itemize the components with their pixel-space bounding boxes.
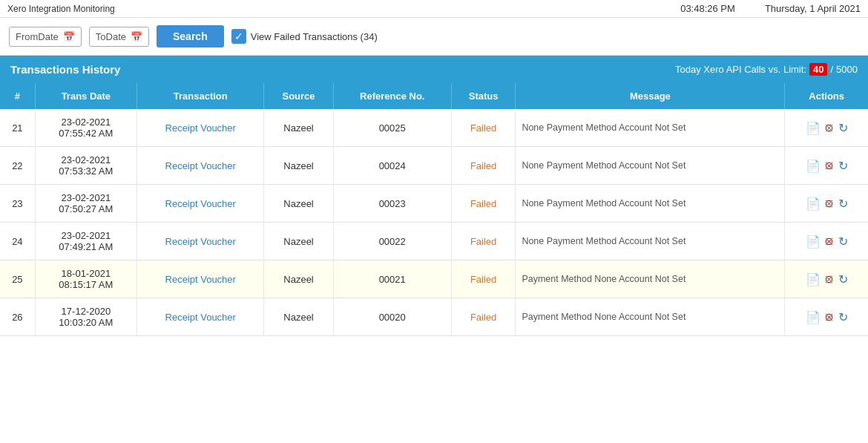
view-icon[interactable]: 📄 xyxy=(806,310,821,324)
cell-actions: 📄 ⦻ ↻ xyxy=(785,260,868,298)
cell-reference-no: 00022 xyxy=(333,223,451,260)
view-icon[interactable]: 📄 xyxy=(806,234,821,249)
cell-status: Failed xyxy=(451,298,516,336)
view-failed-checkbox[interactable]: ✓ xyxy=(231,29,246,44)
col-transaction: Transaction xyxy=(137,83,264,109)
cell-transaction[interactable]: Receipt Voucher xyxy=(137,185,264,223)
cancel-icon[interactable]: ⦻ xyxy=(823,234,835,248)
current-time: 03:48:26 PM xyxy=(680,3,735,14)
cell-num: 22 xyxy=(0,147,35,185)
view-icon[interactable]: 📄 xyxy=(806,272,821,286)
cell-actions: 📄 ⦻ ↻ xyxy=(785,147,868,185)
section-header: Transactions History Today Xero API Call… xyxy=(0,56,868,83)
search-button[interactable]: Search xyxy=(157,25,224,47)
cell-source: Nazeel xyxy=(264,147,333,185)
top-bar: Xero Integration Monitoring 03:48:26 PM … xyxy=(0,0,868,18)
datetime-display: 03:48:26 PM Thursday, 1 April 2021 xyxy=(680,3,861,14)
to-date-label: ToDate xyxy=(96,31,126,42)
to-date-calendar-icon[interactable]: 📅 xyxy=(131,31,142,42)
view-icon[interactable]: 📄 xyxy=(806,121,821,135)
table-header-row: # Trans Date Transaction Source Referenc… xyxy=(0,83,868,109)
col-source: Source xyxy=(264,83,333,109)
cell-actions: 📄 ⦻ ↻ xyxy=(785,109,868,147)
transactions-table: # Trans Date Transaction Source Referenc… xyxy=(0,83,868,336)
retry-icon[interactable]: ↻ xyxy=(838,310,848,324)
cell-status: Failed xyxy=(451,260,516,298)
cell-actions: 📄 ⦻ ↻ xyxy=(785,185,868,223)
cell-source: Nazeel xyxy=(264,185,333,223)
cell-message: None Payment Method Account Not Set xyxy=(516,109,785,147)
cell-transaction[interactable]: Receipt Voucher xyxy=(137,223,264,260)
from-date-input[interactable]: FromDate 📅 xyxy=(9,27,82,47)
table-row: 2323-02-2021 07:50:27 AMReceipt VoucherN… xyxy=(0,185,868,223)
retry-icon[interactable]: ↻ xyxy=(838,159,848,173)
api-calls-label: Today Xero API Calls vs. Limit: xyxy=(675,64,806,75)
cell-status: Failed xyxy=(451,223,516,260)
cell-trans-date: 23-02-2021 07:50:27 AM xyxy=(35,185,137,223)
api-calls-count: 40 xyxy=(809,63,827,76)
from-date-calendar-icon[interactable]: 📅 xyxy=(63,31,75,42)
col-num: # xyxy=(0,83,35,109)
app-title: Xero Integration Monitoring xyxy=(7,4,115,14)
cell-trans-date: 23-02-2021 07:55:42 AM xyxy=(35,109,137,147)
cell-actions: 📄 ⦻ ↻ xyxy=(785,298,868,336)
cell-status: Failed xyxy=(451,185,516,223)
cell-reference-no: 00021 xyxy=(333,260,451,298)
cell-actions: 📄 ⦻ ↻ xyxy=(785,223,868,260)
cell-source: Nazeel xyxy=(264,260,333,298)
cell-message: None Payment Method Account Not Set xyxy=(516,147,785,185)
col-actions: Actions xyxy=(785,83,868,109)
cell-transaction[interactable]: Receipt Voucher xyxy=(137,260,264,298)
cell-num: 24 xyxy=(0,223,35,260)
cell-num: 21 xyxy=(0,109,35,147)
retry-icon[interactable]: ↻ xyxy=(838,197,848,211)
retry-icon[interactable]: ↻ xyxy=(838,121,848,135)
cell-trans-date: 23-02-2021 07:53:32 AM xyxy=(35,147,137,185)
cell-reference-no: 00023 xyxy=(333,185,451,223)
cell-message: None Payment Method Account Not Set xyxy=(516,223,785,260)
table-row: 2518-01-2021 08:15:17 AMReceipt VoucherN… xyxy=(0,260,868,298)
retry-icon[interactable]: ↻ xyxy=(838,234,848,249)
cell-source: Nazeel xyxy=(264,223,333,260)
cell-message: None Payment Method Account Not Set xyxy=(516,185,785,223)
current-date: Thursday, 1 April 2021 xyxy=(765,3,861,14)
cell-trans-date: 23-02-2021 07:49:21 AM xyxy=(35,223,137,260)
section-title: Transactions History xyxy=(10,63,120,76)
cell-num: 25 xyxy=(0,260,35,298)
view-icon[interactable]: 📄 xyxy=(806,197,821,211)
cell-trans-date: 17-12-2020 10:03:20 AM xyxy=(35,298,137,336)
cell-transaction[interactable]: Receipt Voucher xyxy=(137,298,264,336)
table-row: 2423-02-2021 07:49:21 AMReceipt VoucherN… xyxy=(0,223,868,260)
cancel-icon[interactable]: ⦻ xyxy=(823,159,835,172)
table-row: 2223-02-2021 07:53:32 AMReceipt VoucherN… xyxy=(0,147,868,185)
view-failed-checkbox-area[interactable]: ✓ View Failed Transactions (34) xyxy=(231,29,378,44)
cancel-icon[interactable]: ⦻ xyxy=(823,272,835,286)
toolbar: FromDate 📅 ToDate 📅 Search ✓ View Failed… xyxy=(0,18,868,56)
cell-message: Payment Method None Account Not Set xyxy=(516,260,785,298)
cell-reference-no: 00024 xyxy=(333,147,451,185)
view-icon[interactable]: 📄 xyxy=(806,159,821,173)
to-date-input[interactable]: ToDate 📅 xyxy=(89,27,149,47)
cell-status: Failed xyxy=(451,147,516,185)
cell-reference-no: 00025 xyxy=(333,109,451,147)
cell-message: Payment Method None Account Not Set xyxy=(516,298,785,336)
cell-trans-date: 18-01-2021 08:15:17 AM xyxy=(35,260,137,298)
cancel-icon[interactable]: ⦻ xyxy=(823,197,835,210)
cell-num: 23 xyxy=(0,185,35,223)
cell-reference-no: 00020 xyxy=(333,298,451,336)
api-calls-limit: 5000 xyxy=(836,64,858,75)
cell-transaction[interactable]: Receipt Voucher xyxy=(137,109,264,147)
col-reference-no: Reference No. xyxy=(333,83,451,109)
api-calls-info: Today Xero API Calls vs. Limit: 40 / 500… xyxy=(675,63,858,76)
col-status: Status xyxy=(451,83,516,109)
cell-source: Nazeel xyxy=(264,109,333,147)
cell-transaction[interactable]: Receipt Voucher xyxy=(137,147,264,185)
cancel-icon[interactable]: ⦻ xyxy=(823,121,835,134)
retry-icon[interactable]: ↻ xyxy=(838,272,848,286)
view-failed-label: View Failed Transactions (34) xyxy=(251,31,378,42)
cell-num: 26 xyxy=(0,298,35,336)
cancel-icon[interactable]: ⦻ xyxy=(823,310,835,324)
cell-status: Failed xyxy=(451,109,516,147)
table-row: 2123-02-2021 07:55:42 AMReceipt VoucherN… xyxy=(0,109,868,147)
api-calls-separator: / xyxy=(830,64,833,75)
